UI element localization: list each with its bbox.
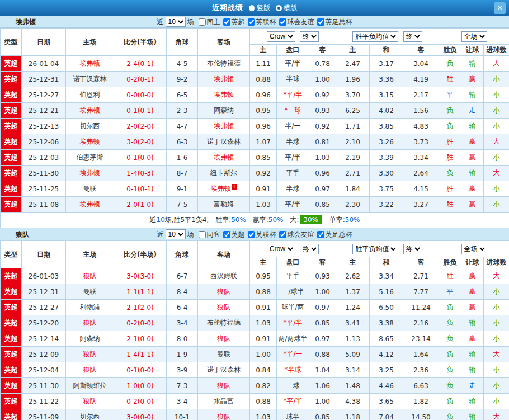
- filter-checkbox[interactable]: 英超: [223, 17, 245, 27]
- match-count-select[interactable]: 10: [166, 229, 186, 239]
- odds-home-cell: 1.11: [250, 56, 277, 72]
- filter-checkbox[interactable]: 英联杯: [248, 17, 276, 27]
- column-subheader: 胜负: [439, 45, 461, 56]
- away-team-cell: 埃弗顿: [198, 87, 250, 103]
- filter-checkbox-input[interactable]: [199, 231, 206, 238]
- result-cell: 胜: [439, 181, 461, 197]
- filter-checkbox-input[interactable]: [317, 231, 324, 238]
- odds-source-select[interactable]: Crow: [267, 31, 295, 42]
- corner-cell: 7-5: [167, 197, 198, 213]
- filter-checkbox[interactable]: 球会友谊: [279, 230, 314, 239]
- avg-home-cell: 6.25: [336, 103, 370, 119]
- score-cell: 3-0(0-0): [114, 409, 167, 420]
- odds-away-cell: 0.88: [309, 347, 336, 362]
- fullmatch-select[interactable]: 全场: [461, 31, 487, 42]
- column-subheader: 胜负: [439, 257, 461, 268]
- avg-home-cell: 1.48: [336, 378, 370, 394]
- filter-checkbox-input[interactable]: [317, 18, 324, 26]
- odds-away-cell: 0.97: [309, 181, 336, 197]
- avg-away-cell: 2.71: [403, 268, 439, 284]
- layout-radio-horizontal[interactable]: 横版: [276, 3, 297, 13]
- filter-bar: 近 10 场 同主英超英联杯球会友谊英足总杯: [0, 16, 509, 28]
- match-count-select[interactable]: 10: [166, 17, 186, 27]
- rows-body: 英超26-01-04埃弗顿2-4(0-1)4-5布伦特福德1.11平/半0.78…: [1, 56, 509, 213]
- filter-checkbox-input[interactable]: [223, 231, 230, 238]
- avg-away-cell: 2.64: [403, 166, 439, 181]
- column-subheader: 让球: [461, 45, 484, 56]
- summary-cell: 近10场,胜5平1负4, 胜率:50% 赢率:50% 大:30% 单率:50%: [1, 213, 509, 228]
- corner-cell: 10-1: [167, 409, 198, 420]
- handicap-result-cell: 走: [461, 378, 484, 394]
- odds-source-select[interactable]: Crow: [267, 244, 295, 254]
- header-row-groups: 类型 日期 主场 比分(半场) 角球 客场 Crow 终 胜平负均值 终: [1, 29, 509, 45]
- score-cell: 0-2(0-1): [114, 72, 167, 87]
- fullmatch-select[interactable]: 全场: [461, 244, 487, 254]
- corner-cell: 7-3: [167, 378, 198, 394]
- goals-cell: 小: [484, 150, 509, 166]
- handicap-cell: 半球: [277, 181, 309, 197]
- type-badge: 英超: [1, 331, 22, 347]
- date-cell: 25-12-31: [22, 72, 66, 87]
- handicap-result-cell: 赢: [461, 284, 484, 300]
- odds-away-cell: 0.85: [309, 409, 336, 420]
- filter-checkbox[interactable]: 同主: [199, 17, 220, 27]
- filter-checkbox-input[interactable]: [248, 18, 255, 26]
- radio-vertical-label: 竖版: [257, 3, 270, 13]
- avg-home-cell: 1.71: [336, 119, 370, 134]
- away-team-cell: 埃弗顿: [198, 119, 250, 134]
- filter-checkbox[interactable]: 英足总杯: [317, 17, 352, 27]
- goals-cell: 小: [484, 300, 509, 315]
- column-subheader: 盘口: [277, 45, 309, 56]
- score-cell: 3-0(2-0): [114, 134, 167, 150]
- goals-cell: 小: [484, 103, 509, 119]
- filter-checkbox[interactable]: 同客: [199, 230, 220, 239]
- handicap-cell: *一球: [277, 103, 309, 119]
- odds-home-cell: 0.88: [250, 284, 277, 300]
- avg-select[interactable]: 胜平负均值: [352, 31, 398, 42]
- odds-away-cell: 1.06: [309, 378, 336, 394]
- odds-final-select[interactable]: 终: [300, 244, 319, 254]
- filter-checkbox-input[interactable]: [223, 18, 230, 26]
- result-cell: 胜: [439, 134, 461, 150]
- avg-select[interactable]: 胜平负均值: [352, 244, 398, 254]
- type-badge: 英超: [1, 150, 22, 166]
- goals-cell: 小: [484, 87, 509, 103]
- avg-draw-cell: 3.30: [370, 166, 403, 181]
- avg-draw-cell: 4.02: [370, 103, 403, 119]
- home-team-cell: 曼联: [66, 284, 114, 300]
- layout-radio-vertical[interactable]: 竖版: [249, 3, 270, 13]
- filter-checkbox[interactable]: 英足总杯: [317, 230, 352, 239]
- home-team-cell: 切尔西: [66, 409, 114, 420]
- handicap-cell: 一球: [277, 378, 309, 394]
- avg-away-cell: 2.36: [403, 362, 439, 378]
- avg-home-cell: 1.24: [336, 300, 370, 315]
- avg-away-cell: 3.04: [403, 56, 439, 72]
- fullmatch-group-header: 全场: [439, 241, 509, 257]
- filter-checkbox[interactable]: 英超: [223, 230, 245, 239]
- filter-checkbox[interactable]: 英联杯: [248, 230, 276, 239]
- summary-record: 场,胜5平1负4,: [165, 216, 209, 224]
- filter-checkbox-input[interactable]: [199, 18, 206, 26]
- avg-draw-cell: 3.39: [370, 150, 403, 166]
- corner-cell: 8-7: [167, 166, 198, 181]
- home-team-cell: 狼队: [66, 394, 114, 409]
- table-row: 英超25-11-08埃弗顿2-0(1-0)7-5富勒姆1.03平/半0.852.…: [1, 197, 509, 213]
- avg-away-cell: 4.15: [403, 181, 439, 197]
- avg-final-select[interactable]: 终: [403, 31, 422, 42]
- filter-checkbox-input[interactable]: [279, 18, 286, 26]
- filter-checkbox-input[interactable]: [279, 231, 286, 238]
- odds-final-select[interactable]: 终: [300, 31, 319, 42]
- filter-checkbox-label: 英超: [232, 17, 245, 27]
- close-button[interactable]: ✕: [494, 2, 506, 14]
- result-cell: 胜: [439, 268, 461, 284]
- filter-checkbox-input[interactable]: [248, 231, 255, 238]
- col-away: 客场: [198, 29, 250, 56]
- radio-unselected-icon: [249, 5, 255, 11]
- filter-bar: 近 10 场 同客英超英联杯球会友谊英足总杯: [0, 228, 509, 240]
- odds-away-cell: 0.81: [309, 134, 336, 150]
- filter-checkbox[interactable]: 球会友谊: [279, 17, 314, 27]
- avg-final-select[interactable]: 终: [403, 244, 422, 254]
- odds-away-cell: 1.00: [309, 394, 336, 409]
- handicap-cell: *平/半: [277, 315, 309, 331]
- result-cell: 负: [439, 362, 461, 378]
